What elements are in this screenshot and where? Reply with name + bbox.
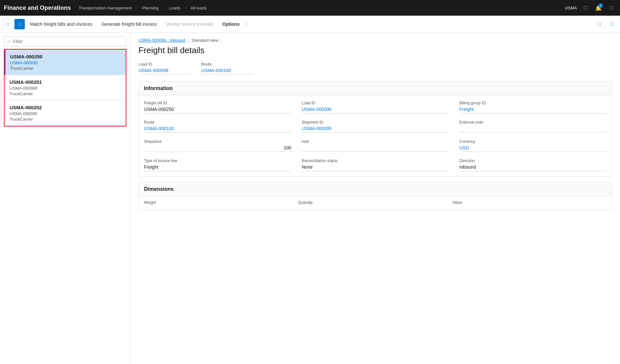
information-fields-grid: Freight bill ID USMA-000250 Load ID USMA…: [144, 101, 607, 171]
fi-value-load-id-info[interactable]: USMA-000096: [302, 107, 449, 114]
dimensions-row: Weight Quantity Value: [139, 196, 612, 210]
fi-label-billing-group-id: Billing group ID: [459, 101, 607, 105]
ribbon-tab-match-freight[interactable]: Match freight bills and invoices: [26, 20, 96, 29]
nav-planning[interactable]: Planning: [139, 4, 161, 12]
breadcrumb: USMA-000096 : Inbound | Standard view □: [138, 38, 612, 43]
notification-icon[interactable]: 🔔 2: [594, 3, 603, 12]
list-item-shipment-0: USMA-000095: [10, 60, 121, 65]
fi-label-load-id-info: Load ID: [302, 101, 449, 105]
dimensions-section-header: Dimensions: [139, 182, 612, 196]
right-panel: USMA-000096 : Inbound | Standard view □ …: [131, 33, 620, 364]
app-title: Finance and Operations: [4, 5, 71, 11]
top-route-label: Route: [201, 62, 253, 67]
list-item-2[interactable]: USMA-000252 USMA-000095 TruckCarrier: [5, 100, 126, 126]
fi-label-type-invoice-line: Type of invoice line: [144, 159, 291, 163]
fi-label-hub: Hub: [302, 139, 449, 144]
fi-value-billing-group-id[interactable]: Freight: [459, 107, 607, 114]
field-currency: Currency USD: [459, 139, 607, 152]
ribbon-back-btn[interactable]: □: [3, 19, 13, 29]
field-route-info: Route USMA-000100: [144, 120, 291, 133]
list-item-carrier-1: TruckCarrier: [9, 91, 121, 96]
fi-label-route-info: Route: [144, 120, 291, 125]
fi-label-direction: Direction: [459, 159, 607, 163]
field-billing-group-id: Billing group ID Freight: [459, 101, 607, 114]
fi-value-hub: [302, 145, 449, 152]
left-panel: □ USMA-000250 USMA-000095 TruckCarrier U…: [0, 33, 131, 364]
window-icon[interactable]: □: [581, 3, 590, 12]
list-item-carrier-0: TruckCarrier: [10, 66, 121, 71]
view-expand-icon: □: [220, 38, 222, 42]
ribbon-right-icon-2[interactable]: □: [607, 19, 617, 29]
filter-input[interactable]: [13, 39, 123, 44]
ribbon-tab-generate-freight[interactable]: Generate freight bill invoice: [98, 20, 161, 29]
field-freight-bill-id: Freight bill ID USMA-000250: [144, 101, 291, 114]
breadcrumb-load-id[interactable]: USMA-000096 : Inbound: [138, 38, 185, 43]
nav-transportation-management[interactable]: Transportation management: [76, 4, 135, 12]
nav-items: Transportation management □ Planning □ L…: [76, 4, 559, 12]
list-item-title-2: USMA-000252: [9, 105, 121, 110]
fi-label-shipment-id: Shipment ID: [302, 120, 449, 125]
dimensions-section: Dimensions Weight Quantity Value: [138, 182, 612, 211]
dim-quantity: Quantity: [298, 196, 452, 210]
fi-label-currency: Currency: [459, 139, 607, 144]
field-load-id-info: Load ID USMA-000096: [302, 101, 449, 114]
top-fields-row: Load ID USMA-000096 Route USMA-000100: [138, 62, 612, 75]
top-navigation: Finance and Operations Transportation ma…: [0, 0, 620, 16]
ribbon-right-actions: □ □: [594, 19, 617, 29]
nav-loads[interactable]: Loads: [166, 4, 183, 12]
top-field-load-id: Load ID USMA-000096: [138, 62, 191, 75]
fi-value-route-info[interactable]: USMA-000100: [144, 126, 291, 133]
field-direction: Direction Inbound: [459, 159, 607, 171]
list-item-0[interactable]: USMA-000250 USMA-000095 TruckCarrier: [5, 50, 126, 75]
field-shipment-id: Shipment ID USMA-000095: [302, 120, 449, 133]
list-items-container: USMA-000250 USMA-000095 TruckCarrier USM…: [5, 50, 126, 126]
top-load-id-value[interactable]: USMA-000096: [138, 68, 191, 75]
nav-all-loads[interactable]: All loads: [188, 4, 209, 12]
fi-value-shipment-id[interactable]: USMA-000095: [302, 126, 449, 133]
top-load-id-label: Load ID: [138, 62, 191, 67]
nav-sep-3: □: [184, 6, 186, 10]
field-reconciliation-status: Reconciliation status None: [302, 159, 449, 171]
list-item-shipment-1: USMA-000095: [9, 86, 121, 91]
list-section: USMA-000250 USMA-000095 TruckCarrier USM…: [4, 49, 126, 127]
dim-value-label: Value: [453, 200, 607, 205]
dim-quantity-label: Quantity: [298, 200, 452, 205]
information-section-header: Information: [139, 82, 612, 96]
ribbon-right-icon-1[interactable]: □: [594, 19, 604, 29]
top-field-route: Route USMA-000100: [201, 62, 253, 75]
information-section-body: Freight bill ID USMA-000250 Load ID USMA…: [139, 96, 612, 176]
list-item-title-1: USMA-000251: [9, 79, 121, 85]
fi-value-sequence: 100: [144, 145, 291, 152]
breadcrumb-separator: |: [188, 38, 189, 43]
options-expand-icon[interactable]: □: [246, 22, 248, 26]
ribbon-tab-vendor-invoice: Vendor invoice journals: [162, 20, 217, 29]
fi-value-freight-bill-id: USMA-000250: [144, 107, 291, 114]
dim-weight-label: Weight: [144, 200, 298, 205]
fi-value-type-invoice-line: Freight: [144, 164, 291, 171]
dim-weight: Weight: [144, 196, 298, 210]
filter-box[interactable]: □: [4, 37, 126, 46]
breadcrumb-view[interactable]: Standard view □: [192, 38, 222, 43]
field-external-code: External code: [459, 120, 607, 133]
list-item-shipment-2: USMA-000095: [9, 111, 121, 116]
filter-icon: □: [8, 39, 10, 44]
fi-label-sequence: Sequence: [144, 139, 291, 144]
fi-label-external-code: External code: [459, 120, 607, 125]
fi-value-direction: Inbound: [459, 164, 607, 171]
ribbon-active-btn[interactable]: □: [14, 19, 25, 29]
top-route-value[interactable]: USMA-000100: [201, 68, 253, 75]
user-label: USMA: [564, 6, 577, 10]
fi-value-currency[interactable]: USD: [459, 145, 607, 152]
main-area: □ USMA-000250 USMA-000095 TruckCarrier U…: [0, 33, 620, 364]
nav-sep-1: □: [136, 6, 138, 10]
ribbon-tab-options[interactable]: Options: [218, 20, 244, 29]
fi-label-freight-bill-id: Freight bill ID: [144, 101, 291, 105]
menu-icon[interactable]: □: [607, 3, 616, 12]
ribbon-bar: □ □ Match freight bills and invoices Gen…: [0, 16, 620, 33]
fi-value-external-code: [459, 126, 607, 132]
fi-value-reconciliation-status: None: [302, 164, 449, 171]
nav-right: USMA □ 🔔 2 □: [564, 3, 616, 12]
dim-value: Value: [453, 196, 607, 210]
list-item-1[interactable]: USMA-000251 USMA-000095 TruckCarrier: [5, 75, 126, 100]
field-type-invoice-line: Type of invoice line Freight: [144, 159, 291, 171]
